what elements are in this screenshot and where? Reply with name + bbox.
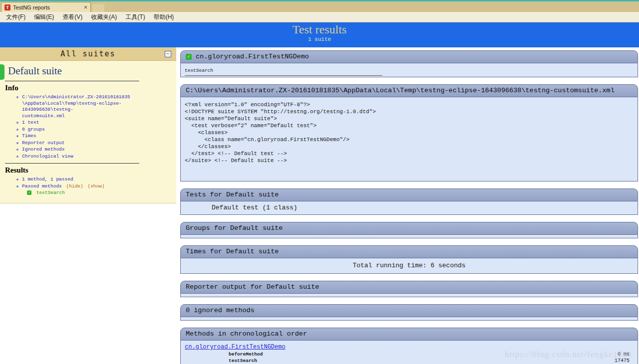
- default-test-label: Default test (1 class): [212, 204, 298, 211]
- sidebar: All suites − Default suite Info C:\Users…: [0, 47, 176, 203]
- ignored-methods-header-label: 0 ignored methods: [186, 307, 255, 314]
- method-name[interactable]: testSearch: [229, 358, 257, 364]
- passed-methods-label: Passed methods: [22, 183, 62, 189]
- menu-view[interactable]: 查看(V): [62, 13, 82, 21]
- all-suites-label: All suites: [60, 49, 115, 58]
- info-link-tests[interactable]: 1 test: [22, 120, 172, 126]
- testng-favicon: T: [4, 4, 10, 10]
- menu-favorites[interactable]: 收藏夹(A): [91, 13, 117, 21]
- menu-bar: 文件(F) 编辑(E) 查看(V) 收藏夹(A) 工具(T) 帮助(H): [0, 12, 639, 22]
- ignored-methods-header[interactable]: 0 ignored methods: [180, 304, 638, 317]
- suite-xml-body: <?xml version="1.0" encoding="UTF-8"?> <…: [180, 97, 638, 182]
- passed-test-item: ✓ testSearch: [27, 190, 172, 196]
- panel-test-class: ✓ cn.gloryroad.FirstTestNGDemo testSearc…: [180, 50, 638, 77]
- panel-suite-xml: C:\Users\Administrator.ZX-201610181835\A…: [180, 84, 638, 182]
- info-link-reporter-output[interactable]: Reporter output: [22, 140, 172, 147]
- test-method-link[interactable]: testSearch: [185, 68, 382, 76]
- suite-count: 1 suite: [0, 36, 639, 42]
- new-tab-button[interactable]: [92, 4, 104, 12]
- panel-tests: Tests for Default suite Default test (1 …: [180, 188, 638, 215]
- reporter-output-header-label: Reporter output for Default suite: [186, 283, 319, 291]
- suite-status-bar: [0, 64, 4, 80]
- info-list: C:\Users\Administrator.ZX-201610181835 \…: [22, 94, 172, 160]
- info-heading: Info: [5, 84, 172, 92]
- hide-link[interactable]: (hide): [66, 183, 83, 189]
- reporter-output-body: [180, 294, 638, 297]
- sidebar-header: All suites −: [0, 47, 176, 61]
- results-summary: 1 method, 1 passed: [22, 177, 172, 183]
- show-link[interactable]: (show): [87, 183, 104, 189]
- tests-body: Default test (1 class): [180, 201, 638, 215]
- menu-edit[interactable]: 编辑(E): [34, 13, 54, 21]
- chronological-header-label: Methods in chronological order: [186, 330, 307, 338]
- info-link-times[interactable]: Times: [22, 133, 172, 140]
- main-report-area: ✓ cn.gloryroad.FirstTestNGDemo testSearc…: [180, 47, 638, 364]
- total-running-time: Total running time: 6 seconds: [352, 262, 465, 269]
- results-list: 1 method, 1 passed Passed methods (hide)…: [22, 177, 172, 196]
- menu-help[interactable]: 帮助(H): [154, 13, 174, 21]
- passed-check-icon: ✓: [186, 54, 192, 60]
- suite-file-item[interactable]: C:\Users\Administrator.ZX-201610181835 \…: [22, 94, 172, 119]
- report-content: All suites − Default suite Info C:\Users…: [0, 47, 639, 364]
- info-link-chronological-view[interactable]: Chronological view: [22, 154, 172, 160]
- info-link-groups[interactable]: 0 groups: [22, 127, 172, 133]
- panel-reporter-output: Reporter output for Default suite: [180, 281, 638, 297]
- tab-close-icon[interactable]: ×: [84, 4, 87, 11]
- passed-check-icon: ✓: [27, 190, 31, 195]
- tab-bar: T TestNG reports ×: [0, 1, 639, 12]
- test-class-name: cn.gloryroad.FirstTestNGDemo: [196, 53, 309, 60]
- suite-xml-path: C:\Users\Administrator.ZX-201610181835\A…: [186, 87, 615, 94]
- tab-title: TestNG reports: [13, 4, 81, 10]
- panel-times: Times for Default suite Total running ti…: [180, 245, 638, 274]
- results-banner: Test results 1 suite: [0, 22, 639, 47]
- chronological-header[interactable]: Methods in chronological order: [180, 328, 638, 341]
- browser-tab[interactable]: T TestNG reports ×: [1, 2, 91, 12]
- suite-title[interactable]: Default suite: [8, 65, 62, 77]
- passed-test-link[interactable]: testSearch: [36, 190, 65, 195]
- tests-header-label: Tests for Default suite: [186, 191, 279, 198]
- ignored-methods-body: [180, 317, 638, 321]
- times-header[interactable]: Times for Default suite: [180, 245, 638, 258]
- info-link-ignored-methods[interactable]: Ignored methods: [22, 147, 172, 153]
- suite-xml-code: <?xml version="1.0" encoding="UTF-8"?> <…: [181, 97, 638, 181]
- test-class-body: testSearch: [180, 63, 638, 77]
- divider: [5, 163, 139, 164]
- times-header-label: Times for Default suite: [186, 248, 279, 255]
- suite-file-link[interactable]: \AppData\Local\Temp\testng-eclipse-16430…: [22, 101, 172, 113]
- suite-file-link[interactable]: C:\Users\Administrator.ZX-201610181835: [22, 94, 172, 101]
- times-body: Total running time: 6 seconds: [180, 258, 638, 274]
- suite-xml-header[interactable]: C:\Users\Administrator.ZX-201610181835\A…: [180, 84, 638, 97]
- browser-window: T TestNG reports × 文件(F) 编辑(E) 查看(V) 收藏夹…: [0, 0, 639, 364]
- collapse-all-icon[interactable]: −: [165, 51, 171, 57]
- results-heading: Results: [5, 166, 172, 175]
- passed-methods-item: Passed methods (hide) (show): [22, 183, 172, 190]
- groups-body: [180, 235, 638, 238]
- divider: [5, 81, 139, 81]
- chronological-class-link[interactable]: cn.gloryroad.FirstTestNGDemo: [185, 344, 286, 351]
- menu-tools[interactable]: 工具(T): [125, 13, 145, 21]
- csdn-watermark: https://blog.csdn.net/fengke1813: [505, 350, 632, 360]
- test-class-header[interactable]: ✓ cn.gloryroad.FirstTestNGDemo: [180, 50, 638, 63]
- suite-file-link[interactable]: customsuite.xml: [22, 113, 172, 120]
- panel-ignored-methods: 0 ignored methods: [180, 304, 638, 321]
- reporter-output-header[interactable]: Reporter output for Default suite: [180, 281, 638, 294]
- page-title: Test results: [0, 22, 639, 36]
- menu-file[interactable]: 文件(F): [6, 13, 25, 21]
- groups-header[interactable]: Groups for Default suite: [180, 222, 638, 235]
- groups-header-label: Groups for Default suite: [186, 224, 283, 232]
- suite-summary-card: Default suite Info C:\Users\Administrato…: [0, 61, 176, 203]
- tests-header[interactable]: Tests for Default suite: [180, 188, 638, 201]
- method-name[interactable]: beforeMethod: [229, 352, 263, 357]
- panel-groups: Groups for Default suite: [180, 222, 638, 238]
